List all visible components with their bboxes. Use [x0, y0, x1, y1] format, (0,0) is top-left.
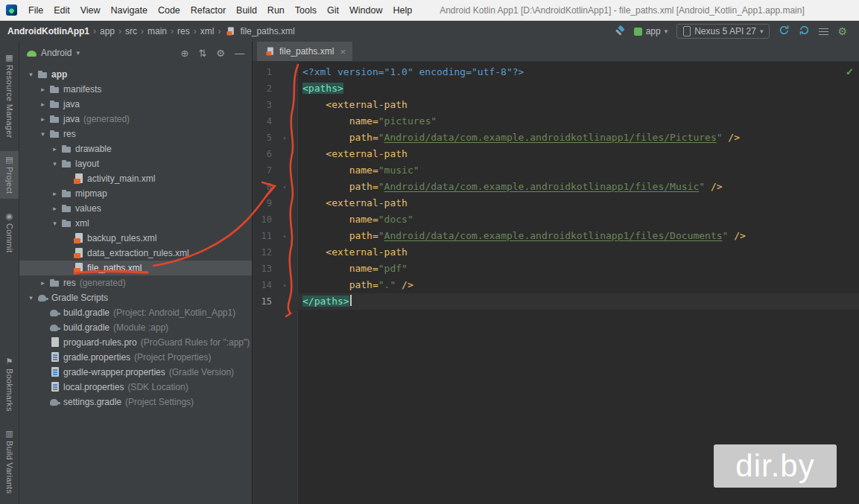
sdk-manager-icon[interactable]: ⚙ [837, 26, 847, 36]
breadcrumb-main[interactable]: main [146, 25, 168, 37]
menu-run[interactable]: Run [262, 5, 290, 16]
tree-item-settings-gradle-project-settings[interactable]: settings.gradle(Project Settings) [19, 395, 252, 409]
menu-view[interactable]: View [75, 5, 106, 16]
code-line[interactable]: 6 <external-path [253, 146, 859, 162]
tool-button-build-variants[interactable]: ▥Build Variants [0, 425, 19, 498]
tab-file-paths-xml[interactable]: file_paths.xml × [257, 42, 352, 61]
code-line[interactable]: 8▴ path="Android/data/com.example.androi… [253, 179, 859, 195]
tool-button-resource-manager[interactable]: ▦Resource Manager [0, 49, 19, 142]
breadcrumb-xml[interactable]: xml [199, 25, 216, 37]
gradle-sync-icon[interactable] [779, 25, 790, 39]
tree-item-backup-rules-xml[interactable]: backup_rules.xml [19, 231, 252, 246]
tree-item-app[interactable]: ▾app [19, 67, 252, 82]
tree-item-label: layout [75, 159, 99, 169]
structure-icon[interactable] [819, 28, 828, 36]
chevron-right-icon: ▸ [37, 115, 48, 123]
menu-help[interactable]: Help [387, 5, 417, 16]
breadcrumb-app[interactable]: app [98, 25, 116, 37]
toolbar-right-group: app ▾ Nexus 5 API 27 ▾ ⚙ [614, 24, 853, 39]
menu-file[interactable]: File [23, 5, 48, 16]
tool-button-commit[interactable]: ◉Commit [0, 208, 19, 258]
tree-item-values[interactable]: ▸values [19, 201, 252, 216]
breadcrumb-file-paths-xml[interactable]: file_paths.xml [223, 25, 296, 38]
close-tab-icon[interactable]: × [340, 46, 346, 57]
chevron-right-icon: ▸ [49, 190, 60, 197]
code-line-text: name="music" [297, 162, 859, 179]
gradle-icon [48, 307, 61, 319]
tree-item-label: local.properties [63, 382, 124, 392]
code-line[interactable]: 15</paths> [253, 293, 859, 310]
menu-tools[interactable]: Tools [290, 5, 322, 16]
tree-item-proguard-rules-pro-proguard-rules-for-app[interactable]: proguard-rules.pro(ProGuard Rules for ":… [19, 335, 252, 350]
run-config-label: app [646, 26, 661, 36]
editor-tabs: file_paths.xml × [253, 42, 859, 62]
code-line-text: <external-path [297, 97, 859, 113]
tree-item-java-generated[interactable]: ▸java(generated) [19, 112, 252, 127]
chevron-down-icon: ▾ [49, 160, 60, 168]
menu-code[interactable]: Code [153, 5, 186, 16]
menu-build[interactable]: Build [231, 5, 262, 16]
tree-item-res-generated[interactable]: ▸res(generated) [19, 275, 252, 290]
watermark: dir.by [714, 444, 837, 488]
code-area[interactable]: 1<?xml version="1.0" encoding="utf-8"?>2… [253, 64, 859, 310]
code-line[interactable]: 2<paths> [253, 80, 859, 97]
code-line[interactable]: 12 <external-path [253, 244, 859, 261]
chevron-down-icon: ▾ [760, 28, 764, 35]
code-line[interactable]: 13 name="pdf" [253, 261, 859, 277]
build-hammer-icon[interactable] [614, 26, 625, 37]
code-line[interactable]: 1<?xml version="1.0" encoding="utf-8"?> [253, 64, 859, 80]
tool-button-project[interactable]: ▤Project [0, 151, 19, 198]
tree-item-mipmap[interactable]: ▸mipmap [19, 186, 252, 201]
tree-item-local-properties-sdk-location[interactable]: local.properties(SDK Location) [19, 380, 252, 395]
device-sync-icon[interactable] [799, 25, 810, 39]
code-line[interactable]: 9 <external-path [253, 195, 859, 211]
breadcrumb-androidkotlinapp1[interactable]: AndroidKotlinApp1 [6, 25, 91, 37]
tree-item-build-gradle-project-android-kotlin-app1[interactable]: build.gradle(Project: Android_Kotlin_App… [19, 305, 252, 320]
tree-item-data-extraction-rules-xml[interactable]: data_extraction_rules.xml [19, 246, 252, 261]
menu-window[interactable]: Window [344, 5, 387, 16]
chevron-right-icon: ▸ [37, 279, 48, 287]
code-line[interactable]: 14▴ path="." /> [253, 277, 859, 293]
menu-navigate[interactable]: Navigate [106, 5, 153, 16]
collapse-all-icon[interactable]: ⇅ [198, 48, 206, 58]
menu-refactor[interactable]: Refactor [186, 5, 231, 16]
code-line-text: path="Android/data/com.example.androidko… [297, 228, 859, 244]
tree-item-gradle-wrapper-properties-gradle-version[interactable]: gradle-wrapper.properties(Gradle Version… [19, 365, 252, 380]
code-line[interactable]: 5▴ path="Android/data/com.example.androi… [253, 130, 859, 146]
folder-icon [60, 188, 73, 200]
project-view-selector[interactable]: Android [41, 48, 72, 58]
code-line[interactable]: 7 name="music" [253, 162, 859, 179]
menu-git[interactable]: Git [322, 5, 344, 16]
panel-settings-icon[interactable]: ⚙ [216, 48, 225, 58]
run-config-select[interactable]: app ▾ [634, 26, 668, 36]
tree-item-build-gradle-module-app[interactable]: build.gradle(Module :app) [19, 320, 252, 335]
line-number: 7 [253, 162, 272, 179]
line-number: 5 [253, 130, 272, 146]
code-line[interactable]: 3 <external-path [253, 97, 859, 113]
chevron-down-icon: ▾ [37, 130, 48, 138]
editor-body[interactable]: 1<?xml version="1.0" encoding="utf-8"?>2… [253, 62, 859, 504]
tree-item-xml[interactable]: ▾xml [19, 216, 252, 231]
locate-file-icon[interactable]: ⊕ [181, 48, 189, 58]
tree-item-label: activity_main.xml [87, 173, 155, 184]
tree-item-file-paths-xml[interactable]: file_paths.xml [19, 261, 252, 275]
tree-item-gradle-properties-project-properties[interactable]: gradle.properties(Project Properties) [19, 350, 252, 365]
device-select[interactable]: Nexus 5 API 27 ▾ [676, 24, 770, 39]
tree-item-res[interactable]: ▾res [19, 127, 252, 141]
code-line[interactable]: 11▴ path="Android/data/com.example.andro… [253, 228, 859, 244]
tree-item-drawable[interactable]: ▸drawable [19, 141, 252, 156]
tree-item-java[interactable]: ▸java [19, 97, 252, 112]
tree-item-activity-main-xml[interactable]: activity_main.xml [19, 171, 252, 186]
tree-item-gradle-scripts[interactable]: ▾Gradle Scripts [19, 290, 252, 305]
code-line[interactable]: 4 name="pictures" [253, 113, 859, 130]
android-view-icon [27, 51, 37, 57]
tree-item-manifests[interactable]: ▸manifests [19, 82, 252, 97]
menu-edit[interactable]: Edit [48, 5, 75, 16]
breadcrumb-src[interactable]: src [124, 25, 139, 37]
breadcrumb-res[interactable]: res [176, 25, 191, 37]
hide-panel-icon[interactable]: — [235, 48, 244, 58]
code-line[interactable]: 10 name="docs" [253, 211, 859, 228]
tree-item-layout[interactable]: ▾layout [19, 156, 252, 171]
tool-button-bookmarks[interactable]: ⚑Bookmarks [0, 353, 19, 416]
tree-item-label: build.gradle [63, 307, 110, 318]
